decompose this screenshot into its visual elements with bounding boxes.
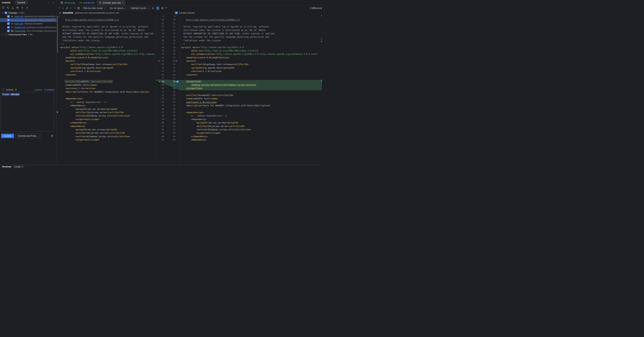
commit-message-input[interactable]: fixed: 顺利编译: [1, 92, 54, 132]
terminal-tab-local[interactable]: Local ×: [13, 165, 24, 168]
left-line-number: 37: [156, 111, 164, 114]
tab-trinoui-png[interactable]: trinoui.png: [59, 0, 77, 5]
preview-diff-eye-icon[interactable]: [16, 6, 19, 9]
unversioned-group-row[interactable]: ▸ Unversioned Files 1 file: [0, 33, 56, 36]
sync-scroll-icon[interactable]: [156, 6, 160, 10]
error-stripe-mark[interactable]: [321, 38, 322, 39]
current-version-checkbox[interactable]: [175, 12, 178, 14]
next-file-icon[interactable]: →: [74, 7, 76, 9]
right-line-number: 28: [168, 80, 176, 83]
code-line: [57, 94, 156, 97]
refresh-icon[interactable]: [2, 6, 5, 9]
file-row[interactable]: m pom.xml gateway-test-release/webhdfs-t…: [0, 18, 56, 22]
chevron-down-icon: ▾: [104, 7, 105, 9]
commit-and-push-button[interactable]: Commit and Push...: [16, 134, 40, 138]
right-line-number: 20: [168, 52, 176, 56]
gutter-row: 4545: [156, 138, 180, 142]
highlight-mode-select[interactable]: Highlight words ▾: [129, 6, 150, 10]
file-checkbox[interactable]: [7, 26, 10, 29]
code-line: [57, 22, 156, 25]
expand-all-icon[interactable]: [20, 6, 24, 9]
changes-checkbox[interactable]: [4, 12, 7, 14]
gutter-row: 1212: [156, 25, 180, 28]
file-checkbox[interactable]: [7, 15, 10, 18]
next-difference-icon[interactable]: ↓: [62, 7, 64, 9]
code-line: <version>${hadoop-jersey.version}</versi…: [180, 128, 322, 131]
maven-file-icon: m: [11, 18, 14, 22]
code-line: xsi:schemaLocation="http://maven.apache.…: [57, 52, 156, 56]
code-line: <groupId>org.apache.knox</groupId>: [57, 66, 156, 70]
code-line: <artifactId>jersey-server</artifactId>: [180, 125, 322, 128]
left-scrollbar-thumb[interactable]: [57, 16, 58, 53]
file-row[interactable]: trinoui.png knox-homepage-ui/home/assets…: [0, 29, 56, 33]
commit-message-text: fixed: 顺利编译: [2, 93, 20, 96]
file-checkbox[interactable]: [7, 30, 10, 32]
close-icon[interactable]: ×: [22, 165, 23, 168]
amend-row: Amend 1 added 4 modified: [0, 88, 56, 92]
amend-checkbox[interactable]: [2, 88, 4, 91]
ignore-policy-select[interactable]: Do not ignore ▾: [108, 6, 128, 10]
error-stripe-mark[interactable]: [321, 80, 322, 82]
unversioned-checkbox[interactable]: [4, 33, 7, 36]
code-line: <!-- Hadoop dependencies -->: [57, 100, 156, 104]
chevron-right-icon[interactable]: ▸: [1, 34, 4, 36]
tab-commit-pom-xml[interactable]: Commit: pom.xml ×: [97, 0, 125, 5]
file-checkbox[interactable]: [7, 22, 10, 25]
collapse-all-icon[interactable]: [25, 6, 29, 9]
left-scrollbar-change-mark: [57, 112, 58, 113]
include-change-checkbox[interactable]: [176, 80, 178, 83]
rollback-icon[interactable]: [6, 6, 10, 9]
tab-rewrite-xml[interactable]: </> rewrite.xml: [78, 1, 96, 5]
file-row[interactable]: </> rewrite.xml gateway-service-definiti…: [0, 26, 56, 29]
left-line-number: 45: [156, 138, 164, 142]
shelve-icon[interactable]: [11, 6, 14, 9]
left-line-number: 38: [156, 114, 164, 118]
prev-file-icon[interactable]: ←: [70, 7, 72, 9]
code-line: <scope>test</scope>: [57, 118, 156, 121]
diff-settings-gear-icon[interactable]: [161, 7, 164, 10]
left-line-number: 28: [156, 80, 164, 83]
diff-right-pane[interactable]: http://www.apache.org/licenses/LICENSE-2…: [180, 15, 322, 164]
gutter-row: 3636: [156, 108, 180, 111]
right-line-number: 36: [168, 108, 176, 111]
right-line-number: 11: [168, 22, 176, 25]
terminal-tool-window-button[interactable]: Terminal: [2, 165, 11, 168]
changes-tree: ▾ Changes 5 files m pom.xml gateway-test…: [0, 11, 56, 36]
left-line-number: 36: [156, 108, 164, 111]
edit-source-pencil-icon[interactable]: [66, 7, 68, 10]
viewer-mode-select[interactable]: Side-by-side viewer ▾: [82, 6, 107, 10]
hide-panel-icon[interactable]: —: [52, 1, 55, 4]
more-options-icon[interactable]: ⋮: [47, 1, 50, 4]
file-name: trinoui.png: [15, 30, 26, 32]
file-checkbox[interactable]: [7, 19, 10, 22]
changes-group-row[interactable]: ▾ Changes 5 files: [0, 11, 56, 15]
prev-difference-icon[interactable]: ↑: [58, 7, 60, 9]
diff-left-pane[interactable]: http://www.apache.org/licenses/LICENSE-2…: [57, 15, 156, 164]
commit-history-clock-icon[interactable]: [14, 88, 17, 91]
chevron-down-icon[interactable]: ▾: [1, 12, 4, 14]
help-icon[interactable]: ?: [166, 7, 167, 9]
code-line: <groupId>com.sun.jersey</groupId>: [57, 128, 156, 131]
error-stripe-mark[interactable]: [321, 15, 322, 16]
right-line-number: 13: [168, 29, 176, 32]
close-tab-icon[interactable]: ×: [122, 2, 124, 4]
commit-tab[interactable]: Commit: [15, 1, 28, 4]
gutter-row: 2424: [156, 66, 180, 70]
collapse-unchanged-icon[interactable]: [152, 7, 154, 10]
code-line: http://www.apache.org/licenses/LICENSE-2…: [180, 18, 322, 22]
code-line: <version>2.1.0</version>: [57, 87, 156, 90]
changed-files-list-icon[interactable]: [77, 7, 80, 10]
code-line: </properties>: [180, 87, 322, 90]
terminal-tab-label: Local: [15, 165, 20, 168]
gutter-row: 1717: [156, 42, 180, 46]
commit-button[interactable]: Commit: [1, 134, 14, 138]
commit-settings-gear-icon[interactable]: [51, 134, 54, 137]
error-stripe-mark[interactable]: [321, 41, 322, 42]
code-line: xmlns:xsi="http://www.w3.org/2001/XMLSch…: [180, 49, 322, 52]
file-row[interactable]: m pom.xml gateway-test-release/webhdfs-k…: [0, 15, 56, 18]
file-row[interactable]: m pom.xml hadoop-examples: [0, 22, 56, 26]
gutter-row: 3131: [156, 90, 180, 94]
left-line-number: 17: [156, 42, 164, 46]
xml-file-icon: </>: [80, 2, 82, 4]
gutter-row: 2525: [156, 70, 180, 73]
